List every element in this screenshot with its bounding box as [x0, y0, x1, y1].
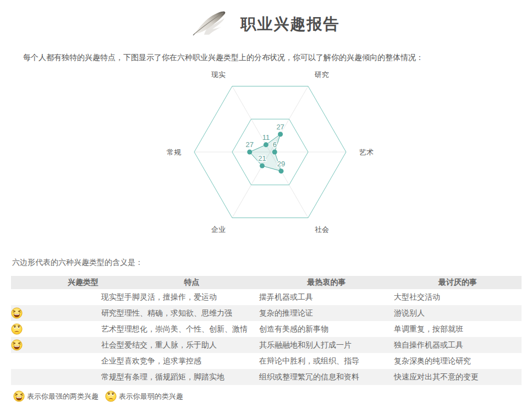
strong-interest-emoji-icon — [11, 305, 42, 321]
favorite-cell: 组织或整理繁冗的信息和资料 — [259, 369, 394, 385]
col-header-trait: 特点 — [124, 276, 259, 289]
favorite-cell: 其乐融融地和别人打成一片 — [259, 337, 394, 353]
col-header-favorite: 最热衷的事 — [259, 276, 394, 289]
favorite-cell: 在辩论中胜利，或组织、指导 — [259, 353, 394, 369]
weak-interest-emoji-icon — [105, 392, 119, 400]
radar-value-label: 29 — [277, 160, 284, 168]
table-row: 现实型手脚灵活，擅操作，爱运动摆弄机器或工具大型社交活动 — [11, 289, 522, 305]
radar-category-label: 常规 — [167, 148, 182, 156]
radar-data-point[interactable] — [263, 142, 268, 147]
page-title: 职业兴趣报告 — [241, 14, 340, 35]
radar-value-label: 27 — [245, 140, 253, 149]
radar-value-label: 6 — [272, 140, 276, 149]
intro-text: 每个人都有独特的兴趣特点，下图显示了你在六种职业兴趣类型上的分布状况，你可以了解… — [23, 53, 532, 63]
table-header-row: 兴趣类型 特点 最热衷的事 最讨厌的事 — [11, 276, 522, 289]
table-row: 常规型有条理，循规蹈矩，脚踏实地组织或整理繁冗的信息和资料快速应对出其不意的变更 — [11, 369, 522, 385]
career-interest-report-page: 职业兴趣报告 每个人都有独特的兴趣特点，下图显示了你在六种职业兴趣类型上的分布状… — [0, 0, 532, 418]
favorite-cell: 摆弄机器或工具 — [259, 289, 394, 305]
emoji-cell-empty — [11, 369, 42, 385]
interest-type-cell: 现实型 — [42, 289, 124, 305]
radar-data-point[interactable] — [272, 150, 277, 155]
interest-type-cell: 常规型 — [42, 369, 124, 385]
favorite-cell: 复杂的推理论证 — [259, 305, 394, 321]
dislike-cell: 游说别人 — [394, 305, 522, 321]
emoji-cell-empty — [11, 289, 42, 305]
trait-cell: 喜欢竞争，追求掌控感 — [124, 353, 259, 369]
table-intro-text: 六边形代表的六种兴趣类型的含义是： — [12, 258, 532, 268]
radar-data-point[interactable] — [260, 164, 265, 169]
radar-chart: 11276292127现实研究艺术社会企业常规 — [155, 67, 386, 251]
radar-category-label: 研究 — [314, 70, 329, 79]
interest-types-table: 兴趣类型 特点 最热衷的事 最讨厌的事 现实型手脚灵活，擅操作，爱运动摆弄机器或… — [11, 276, 522, 385]
col-header-emoji — [11, 276, 42, 289]
radar-value-label: 27 — [276, 123, 284, 131]
col-header-dislike: 最讨厌的事 — [394, 276, 522, 289]
table-row: 艺术型理想化，崇尚美、个性、创新、激情创造有美感的新事物单调重复，按部就班 — [11, 321, 522, 337]
interest-type-cell: 社会型 — [42, 337, 124, 353]
strong-interest-emoji-icon — [11, 337, 42, 353]
weak-interest-emoji-icon — [11, 321, 42, 337]
legend: 表示你最强的两类兴趣 表示你最弱的类兴趣 — [13, 390, 532, 402]
interest-type-cell: 研究型 — [42, 305, 124, 321]
radar-value-label: 11 — [262, 133, 270, 142]
trait-cell: 有条理，循规蹈矩，脚踏实地 — [124, 369, 259, 385]
col-header-interest-type: 兴趣类型 — [42, 276, 124, 289]
trait-cell: 爱结交，重人脉，乐于助人 — [124, 337, 259, 353]
radar-category-label: 社会 — [315, 225, 329, 234]
emoji-cell-empty — [11, 353, 42, 369]
feather-icon — [193, 10, 228, 38]
dislike-cell: 单调重复，按部就班 — [394, 321, 522, 337]
dislike-cell: 大型社交活动 — [394, 289, 522, 305]
dislike-cell: 复杂深奥的纯理论研究 — [394, 353, 522, 369]
trait-cell: 理想化，崇尚美、个性、创新、激情 — [124, 321, 259, 337]
legend-strong-label: 表示你最强的两类兴趣 — [27, 392, 98, 400]
radar-data-point[interactable] — [278, 169, 283, 173]
legend-weak-label: 表示你最弱的类兴趣 — [119, 392, 183, 400]
radar-data-point[interactable] — [278, 132, 283, 137]
trait-cell: 理性、精确，求知欲、思维力强 — [124, 305, 259, 321]
dislike-cell: 独自操作机器或工具 — [394, 337, 522, 353]
trait-cell: 手脚灵活，擅操作，爱运动 — [124, 289, 259, 305]
radar-category-label: 企业 — [211, 225, 226, 234]
table-row: 研究型理性、精确，求知欲、思维力强复杂的推理论证游说别人 — [11, 305, 522, 321]
radar-category-label: 现实 — [211, 70, 226, 79]
radar-data-point[interactable] — [247, 150, 252, 155]
strong-interest-emoji-icon — [13, 392, 27, 400]
radar-chart-svg: 11276292127现实研究艺术社会企业常规 — [155, 67, 386, 249]
report-header: 职业兴趣报告 — [0, 0, 532, 40]
table-row: 企业型喜欢竞争，追求掌控感在辩论中胜利，或组织、指导复杂深奥的纯理论研究 — [11, 353, 522, 369]
radar-category-label: 艺术 — [359, 148, 374, 156]
interest-type-cell: 企业型 — [42, 353, 124, 369]
interest-type-cell: 艺术型 — [42, 321, 124, 337]
radar-value-label: 21 — [258, 154, 266, 162]
table-row: 社会型爱结交，重人脉，乐于助人其乐融融地和别人打成一片独自操作机器或工具 — [11, 337, 522, 353]
favorite-cell: 创造有美感的新事物 — [259, 321, 394, 337]
dislike-cell: 快速应对出其不意的变更 — [394, 369, 522, 385]
